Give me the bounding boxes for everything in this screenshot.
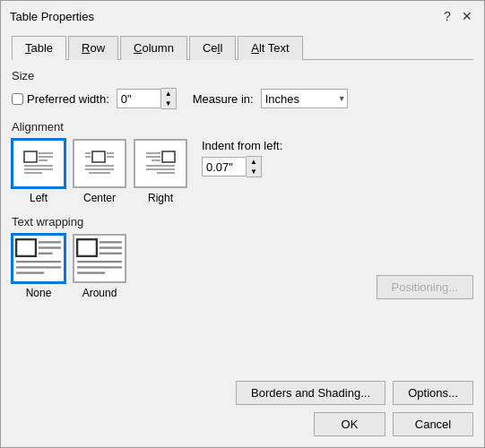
measure-select-wrapper: Inches Centimeters Millimeters Points Pi… [261, 89, 348, 108]
bottom-row1: Borders and Shading... Options... [12, 381, 473, 405]
wrap-around-icon [74, 234, 125, 284]
wrap-and-position: None [12, 234, 473, 299]
measure-in-label: Measure in: [193, 92, 254, 106]
preferred-width-checkbox[interactable] [12, 93, 23, 105]
align-left-label: Left [30, 192, 48, 204]
alignment-label: Alignment [12, 120, 473, 134]
tab-column[interactable]: Column [120, 36, 187, 60]
wrap-left: None [12, 234, 126, 299]
wrapping-label: Text wrapping [12, 215, 473, 228]
align-center-icon-box[interactable] [73, 139, 126, 188]
indent-decrement[interactable]: ▼ [247, 167, 261, 177]
wrap-none-option[interactable]: None [12, 234, 65, 299]
wrap-none-label: None [26, 287, 52, 299]
indent-label: Indent from left: [202, 139, 282, 152]
align-right-option[interactable]: Right [134, 139, 187, 204]
alignment-options: Left [12, 139, 473, 204]
bottom-row2: OK Cancel [12, 412, 473, 436]
indent-increment[interactable]: ▲ [247, 157, 261, 167]
preferred-width-label: Preferred width: [27, 92, 109, 106]
size-label: Size [12, 69, 473, 82]
wrap-none-icon-box[interactable] [12, 234, 65, 283]
wrap-around-option[interactable]: Around [73, 234, 126, 299]
tab-cell[interactable]: Cell [189, 36, 236, 60]
width-spinner: ▲ ▼ [117, 88, 177, 109]
close-button[interactable]: ✕ [459, 8, 475, 24]
wrap-none-icon [13, 234, 64, 284]
tab-table[interactable]: Table [12, 36, 66, 60]
title-bar: Table Properties ? ✕ [1, 1, 484, 28]
align-center-label: Center [83, 192, 116, 204]
size-section: Size Preferred width: ▲ ▼ Measure in: I [12, 69, 473, 109]
table-properties-dialog: Table Properties ? ✕ Table Row Column Ce… [0, 0, 485, 448]
help-button[interactable]: ? [439, 8, 455, 24]
title-bar-controls: ? ✕ [439, 8, 475, 24]
svg-rect-22 [16, 239, 36, 256]
align-center-icon [83, 148, 116, 180]
align-choices: Left [12, 139, 187, 204]
dialog-body: Table Row Column Cell Alt Text Size Pref… [1, 28, 484, 447]
svg-rect-29 [77, 239, 97, 256]
alignment-section: Alignment [12, 120, 473, 204]
wrap-around-label: Around [82, 287, 117, 299]
indent-spinner-buttons: ▲ ▼ [247, 156, 262, 177]
wrapping-section: Text wrapping [12, 215, 473, 299]
cancel-button[interactable]: Cancel [393, 412, 473, 436]
align-left-icon-box[interactable] [12, 139, 65, 188]
dialog-title: Table Properties [10, 10, 94, 23]
align-left-icon [22, 148, 55, 180]
measure-select[interactable]: Inches Centimeters Millimeters Points Pi… [261, 89, 348, 108]
width-spinner-buttons: ▲ ▼ [161, 88, 177, 109]
tab-row[interactable]: Row [68, 36, 118, 60]
tabs-container: Table Row Column Cell Alt Text [12, 35, 473, 60]
indent-input[interactable] [202, 157, 247, 177]
options-button[interactable]: Options... [393, 381, 473, 405]
align-right-icon-box[interactable] [134, 139, 187, 188]
preferred-width-checkbox-label[interactable]: Preferred width: [12, 92, 109, 106]
width-increment[interactable]: ▲ [161, 89, 176, 99]
tab-alt-text[interactable]: Alt Text [238, 36, 302, 60]
align-right-icon [144, 148, 177, 180]
align-right-label: Right [148, 192, 173, 204]
svg-rect-7 [92, 151, 105, 162]
positioning-button[interactable]: Positioning... [377, 275, 473, 299]
ok-button[interactable]: OK [314, 412, 385, 436]
size-row: Preferred width: ▲ ▼ Measure in: Inches … [12, 88, 473, 109]
width-input[interactable] [117, 89, 161, 108]
align-center-option[interactable]: Center [73, 139, 126, 204]
indent-spinner: ▲ ▼ [202, 156, 282, 177]
width-decrement[interactable]: ▼ [161, 99, 176, 108]
indent-section: Indent from left: ▲ ▼ [202, 139, 282, 177]
wrap-around-icon-box[interactable] [73, 234, 126, 283]
svg-rect-0 [24, 151, 37, 162]
bottom-buttons: Borders and Shading... Options... OK Can… [12, 381, 473, 436]
borders-shading-button[interactable]: Borders and Shading... [236, 381, 385, 405]
svg-rect-15 [162, 151, 175, 162]
align-left-option[interactable]: Left [12, 139, 65, 204]
